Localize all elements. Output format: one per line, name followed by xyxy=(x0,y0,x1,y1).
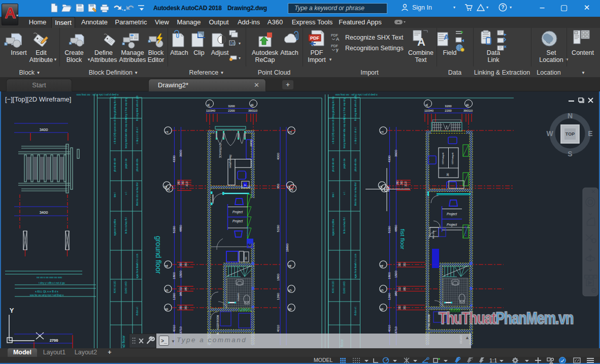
svg-text:3200: 3200 xyxy=(445,105,452,108)
svg-text:s ELL QL s e B d s: s ELL QL s e B d s xyxy=(35,290,58,293)
svg-text:Kl Kl l tl 100: Kl Kl l tl 100 xyxy=(114,281,116,293)
svg-text:2110: 2110 xyxy=(405,181,407,186)
svg-text:th cong trinh cnh u ll gcb: th cong trinh cnh u ll gcb xyxy=(136,95,139,121)
svg-text:4850: 4850 xyxy=(179,225,182,232)
svg-text:nguyen vn phba: nguyen vn phba xyxy=(114,219,116,236)
svg-text:cb dbng gii phbng hcc hp: cb dbng gii phbng hcc hp xyxy=(114,96,116,122)
svg-text:30: 30 xyxy=(446,173,449,176)
svg-text:trdng t l hoc xay dng: trdng t l hoc xay dng xyxy=(125,97,127,120)
svg-text:4330: 4330 xyxy=(387,155,391,162)
svg-text:1: 1 xyxy=(379,130,384,133)
svg-text:PDF: PDF xyxy=(310,36,320,41)
svg-text:thiet ke cbc va huy thi l: thiet ke cbc va huy thi l xyxy=(136,182,139,206)
svg-text:pqjm l de: pqjm l de xyxy=(343,158,346,169)
svg-text:1500: 1500 xyxy=(179,271,182,278)
svg-text:603Vintage&: 603Vintage& xyxy=(451,152,454,164)
svg-text:3710: 3710 xyxy=(394,326,397,334)
svg-text:300: 300 xyxy=(404,306,406,310)
svg-text:300: 300 xyxy=(180,262,182,267)
svg-text:3200: 3200 xyxy=(228,105,235,108)
svg-text:uu uu u uu uuu uu uuu: uu uu u uu uuu uu uuu xyxy=(37,276,62,279)
svg-text:E: E xyxy=(588,129,592,138)
svg-text:W: W xyxy=(546,129,553,138)
svg-text:cb dbng gii phbng hcc hp: cb dbng gii phbng hcc hp xyxy=(332,96,335,122)
svg-text:4010: 4010 xyxy=(387,325,391,332)
svg-text:s lb tel (04) opeecosc: s lb tel (04) opeecosc xyxy=(332,122,335,144)
svg-text:v l :: v l : xyxy=(343,191,346,194)
svg-text:1260: 1260 xyxy=(387,293,391,300)
svg-text:1500: 1500 xyxy=(394,271,397,278)
svg-text:S: S xyxy=(568,150,572,158)
svg-text:250: 250 xyxy=(396,181,399,185)
svg-text:ph mb nh vbt: ph mb nh vbt xyxy=(114,158,116,172)
svg-text:1: 1 xyxy=(164,130,169,133)
svg-text:ENTRANCE: ENTRANCE xyxy=(219,144,222,158)
svg-text:4000: 4000 xyxy=(276,153,280,160)
svg-text:?: ? xyxy=(501,5,504,10)
svg-text:TOP: TOP xyxy=(565,131,575,137)
svg-text:Project: Project xyxy=(232,219,243,223)
svg-text:fist floor: fist floor xyxy=(399,229,406,249)
svg-text:ngay hoa thanh l cc ccm: ngay hoa thanh l cc ccm xyxy=(354,253,357,278)
svg-text:Y: Y xyxy=(10,307,14,314)
svg-text:Project: Project xyxy=(447,223,457,227)
svg-text:trdng t l hoc xay dng: trdng t l hoc xay dng xyxy=(343,97,346,120)
svg-text:phcn nh vbn: phcn nh vbn xyxy=(354,158,357,171)
svg-text:1: 1 xyxy=(287,130,292,133)
svg-text:A dbng gib: A dbng gib xyxy=(464,225,467,236)
svg-text:5150: 5150 xyxy=(276,225,280,232)
svg-text:Kl Kl l tl 100: Kl Kl l tl 100 xyxy=(332,281,335,293)
svg-text:ph mb nh vbt: ph mb nh vbt xyxy=(332,158,335,172)
svg-text:ttm l: ttm l xyxy=(332,192,335,197)
svg-text:360: 360 xyxy=(245,257,247,260)
svg-text:3710: 3710 xyxy=(179,326,182,334)
svg-text:2200: 2200 xyxy=(228,109,235,112)
svg-text:110340: 110340 xyxy=(424,109,434,112)
svg-text:c du p o c ch u l :: c du p o c ch u l : xyxy=(136,126,139,144)
svg-text:Av: Av xyxy=(244,184,247,186)
svg-text:3600: 3600 xyxy=(179,150,182,157)
svg-text:2: 2 xyxy=(163,185,168,188)
svg-text:kt ba va huy th l: kt ba va huy th l xyxy=(125,217,127,234)
svg-text:A: A xyxy=(336,37,339,42)
svg-text:th bn vl :: th bn vl : xyxy=(136,306,139,316)
svg-text:nguyen vn phba: nguyen vn phba xyxy=(332,219,335,236)
svg-text:1:1: 1:1 xyxy=(489,357,497,363)
svg-text:110340: 110340 xyxy=(206,109,215,112)
svg-text:1800: 1800 xyxy=(172,272,176,279)
svg-text:6: 6 xyxy=(287,308,292,310)
svg-text:t dny y t dlb u t nct d gu: t dny y t dlb u t nct d gu xyxy=(39,281,65,284)
svg-text:5: 5 xyxy=(379,289,384,291)
svg-text:N: N xyxy=(568,112,573,120)
svg-text:3: 3 xyxy=(289,188,294,191)
svg-text:330: 330 xyxy=(398,306,401,310)
svg-text:5150: 5150 xyxy=(387,226,391,233)
svg-text:330: 330 xyxy=(180,306,182,310)
svg-text:uuu bc uu ud g nyc l ud Dug u: uuu bc uu ud g nyc l ud Dug u xyxy=(30,293,64,296)
svg-text:phcn nh vbn: phcn nh vbn xyxy=(136,158,139,171)
svg-text:4010: 4010 xyxy=(172,325,176,332)
svg-text:▾: ▾ xyxy=(239,41,241,46)
svg-text:2700: 2700 xyxy=(50,338,58,343)
svg-text:4: 4 xyxy=(379,264,384,267)
svg-text:5150: 5150 xyxy=(172,226,176,233)
svg-text:603Vintage&: 603Vintage& xyxy=(442,152,444,164)
svg-text:390110: 390110 xyxy=(463,109,473,112)
svg-text:980: 980 xyxy=(404,287,406,291)
svg-text:Anta Dep: Anta Dep xyxy=(432,230,435,239)
svg-text:A: A xyxy=(444,32,449,41)
svg-text:Dd Kl l t KO: Dd Kl l t KO xyxy=(343,281,346,293)
svg-text:Project: Project xyxy=(447,212,457,216)
svg-text:pqjm l de: pqjm l de xyxy=(125,158,127,169)
svg-text:v l :: v l : xyxy=(125,191,127,194)
svg-text:5: 5 xyxy=(287,289,292,291)
svg-text:kt ba va huy th l: kt ba va huy th l xyxy=(343,217,346,234)
svg-text:4330: 4330 xyxy=(172,155,176,162)
svg-text:th cong trinh cnh u ll gcb: th cong trinh cnh u ll gcb xyxy=(354,95,357,121)
svg-text:3400: 3400 xyxy=(40,127,48,132)
svg-text:3400: 3400 xyxy=(40,210,48,215)
svg-text:310: 310 xyxy=(398,287,401,291)
svg-text:B: B xyxy=(250,104,254,106)
svg-text:250: 250 xyxy=(178,181,180,185)
svg-text:2110: 2110 xyxy=(186,181,188,186)
